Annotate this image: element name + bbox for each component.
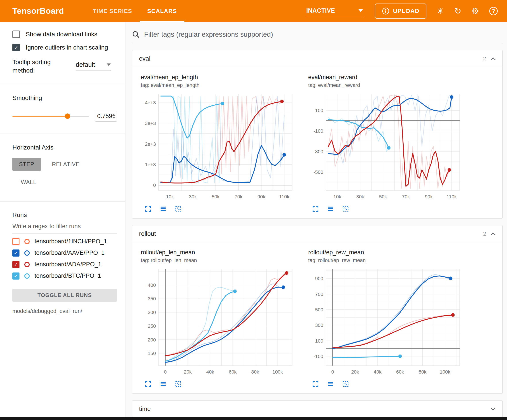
smoothing-slider[interactable] bbox=[12, 116, 89, 117]
brightness-icon[interactable]: ☀ bbox=[437, 7, 444, 15]
svg-text:110k: 110k bbox=[279, 194, 289, 200]
smoothing-slider-fill bbox=[12, 116, 68, 117]
line-chart[interactable]: 10k30k50k70k90k110k100-100-300-500 bbox=[308, 91, 473, 202]
svg-text:300: 300 bbox=[148, 310, 156, 315]
toggle-all-runs-button[interactable]: TOGGLE ALL RUNS bbox=[12, 289, 117, 302]
runs-heading: Runs bbox=[12, 211, 117, 219]
search-icon bbox=[132, 31, 140, 38]
svg-text:100k: 100k bbox=[440, 369, 451, 375]
svg-text:90k: 90k bbox=[258, 194, 266, 200]
run-checkbox[interactable]: ✓ bbox=[12, 272, 20, 280]
svg-text:50k: 50k bbox=[212, 194, 220, 200]
run-label: tensorboard/ADA/PPO_1 bbox=[35, 261, 101, 268]
chart-title: eval/mean_reward bbox=[308, 74, 473, 81]
run-checkbox[interactable] bbox=[12, 238, 20, 245]
svg-text:60k: 60k bbox=[229, 369, 237, 375]
collapse-chevron-up-icon[interactable] bbox=[490, 232, 496, 235]
axis-wall-button[interactable]: WALL bbox=[14, 176, 43, 189]
series-list-icon[interactable] bbox=[327, 206, 334, 212]
run-color-circle[interactable] bbox=[24, 262, 30, 267]
svg-text:40k: 40k bbox=[374, 369, 382, 375]
line-chart[interactable]: 10k30k50k70k90k110k01e+32e+33e+34e+3 bbox=[141, 91, 306, 202]
svg-text:0: 0 bbox=[331, 369, 334, 375]
show-download-links-checkbox[interactable] bbox=[12, 31, 20, 38]
axis-relative-button[interactable]: RELATIVE bbox=[45, 158, 86, 171]
ignore-outliers-row[interactable]: ✓ Ignore outliers in chart scaling bbox=[12, 44, 117, 51]
collapse-chevron-up-icon[interactable] bbox=[490, 57, 496, 60]
run-item[interactable]: ✓tensorboard/AAVE/PPO_1 bbox=[12, 249, 117, 256]
line-chart[interactable]: 020k40k60k80k100k150200250300350400 bbox=[141, 266, 306, 378]
expand-chart-icon[interactable] bbox=[312, 381, 319, 387]
section-rollout-header[interactable]: rollout 2 bbox=[132, 225, 502, 242]
smoothing-value-input[interactable]: 0.759 bbox=[95, 111, 117, 122]
refresh-icon[interactable]: ↻ bbox=[454, 7, 461, 15]
svg-text:100: 100 bbox=[315, 108, 323, 113]
svg-text:10k: 10k bbox=[333, 194, 341, 200]
expand-chart-icon[interactable] bbox=[145, 206, 151, 212]
tooltip-sorting-select[interactable]: default bbox=[76, 61, 111, 71]
ignore-outliers-checkbox[interactable]: ✓ bbox=[12, 44, 20, 51]
axis-step-button[interactable]: STEP bbox=[12, 158, 41, 171]
run-color-circle[interactable] bbox=[24, 250, 30, 256]
chevron-down-icon bbox=[359, 9, 363, 12]
run-color-circle[interactable] bbox=[24, 273, 30, 279]
collapse-chevron-down-icon[interactable] bbox=[490, 407, 496, 411]
svg-text:300: 300 bbox=[315, 323, 323, 328]
fit-domain-icon[interactable] bbox=[342, 381, 349, 387]
settings-sidebar: Show data download links ✓ Ignore outlie… bbox=[0, 22, 126, 417]
run-color-circle[interactable] bbox=[24, 239, 30, 244]
run-item[interactable]: tensorboard/1INCH/PPO_1 bbox=[12, 238, 117, 245]
series-list-icon[interactable] bbox=[327, 381, 334, 387]
filter-tags-input[interactable] bbox=[144, 29, 503, 40]
runs-filter-input[interactable] bbox=[12, 219, 117, 234]
settings-gear-icon[interactable]: ⚙ bbox=[472, 7, 479, 15]
chart-tag: tag: rollout/ep_rew_mean bbox=[308, 257, 473, 263]
section-eval-header[interactable]: eval 2 bbox=[132, 50, 502, 67]
upload-button[interactable]: UPLOAD bbox=[375, 4, 426, 19]
fit-domain-icon[interactable] bbox=[175, 206, 182, 212]
tab-scalars[interactable]: SCALARS bbox=[140, 0, 184, 22]
svg-text:110k: 110k bbox=[447, 194, 457, 200]
section-title: rollout bbox=[139, 230, 156, 237]
run-item[interactable]: ✓tensorboard/ADA/PPO_1 bbox=[12, 261, 117, 268]
series-list-icon[interactable] bbox=[160, 206, 167, 212]
run-checkbox[interactable]: ✓ bbox=[12, 249, 20, 256]
svg-text:100k: 100k bbox=[272, 369, 283, 375]
runs-list: tensorboard/1INCH/PPO_1✓tensorboard/AAVE… bbox=[12, 238, 117, 280]
run-checkbox[interactable]: ✓ bbox=[12, 261, 20, 268]
svg-text:0: 0 bbox=[164, 369, 167, 375]
section-time-header[interactable]: time bbox=[132, 400, 502, 417]
run-item[interactable]: ✓tensorboard/BTC/PPO_1 bbox=[12, 272, 117, 280]
svg-text:350: 350 bbox=[148, 296, 156, 302]
svg-text:90k: 90k bbox=[425, 194, 433, 200]
stepper-arrows-icon[interactable] bbox=[112, 114, 115, 118]
tab-time-series[interactable]: TIME SERIES bbox=[85, 0, 140, 22]
svg-text:150: 150 bbox=[148, 351, 156, 356]
status-dropdown[interactable]: INACTIVE bbox=[305, 5, 365, 17]
horizontal-axis-label: Horizontal Axis bbox=[12, 144, 117, 151]
show-download-links-row[interactable]: Show data download links bbox=[12, 31, 117, 38]
fit-domain-icon[interactable] bbox=[342, 206, 349, 212]
chart-tag: tag: rollout/ep_len_mean bbox=[141, 257, 306, 263]
svg-text:1e+3: 1e+3 bbox=[145, 162, 156, 167]
expand-chart-icon[interactable] bbox=[312, 206, 319, 212]
svg-text:80k: 80k bbox=[251, 369, 259, 375]
line-chart[interactable]: 020k40k60k80k100k-100100300500700900 bbox=[308, 266, 473, 378]
section-title: time bbox=[139, 405, 151, 413]
section-eval: eval 2 eval/mean_ep_length tag: eval/mea… bbox=[132, 50, 503, 219]
series-list-icon[interactable] bbox=[160, 381, 167, 387]
main-tabs: TIME SERIES SCALARS bbox=[85, 0, 184, 22]
chart-title: rollout/ep_len_mean bbox=[141, 249, 306, 256]
svg-text:-100: -100 bbox=[314, 354, 323, 359]
upload-button-label: UPLOAD bbox=[393, 8, 419, 15]
svg-text:80k: 80k bbox=[419, 369, 427, 375]
section-time: time bbox=[132, 400, 503, 417]
expand-chart-icon[interactable] bbox=[145, 381, 151, 387]
smoothing-value: 0.759 bbox=[97, 113, 112, 120]
fit-domain-icon[interactable] bbox=[175, 381, 182, 387]
help-icon[interactable]: ? bbox=[489, 7, 498, 15]
ignore-outliers-label: Ignore outliers in chart scaling bbox=[26, 44, 108, 51]
svg-text:0: 0 bbox=[153, 182, 156, 188]
smoothing-slider-thumb[interactable] bbox=[65, 113, 70, 119]
section-chart-count: 2 bbox=[483, 231, 486, 237]
